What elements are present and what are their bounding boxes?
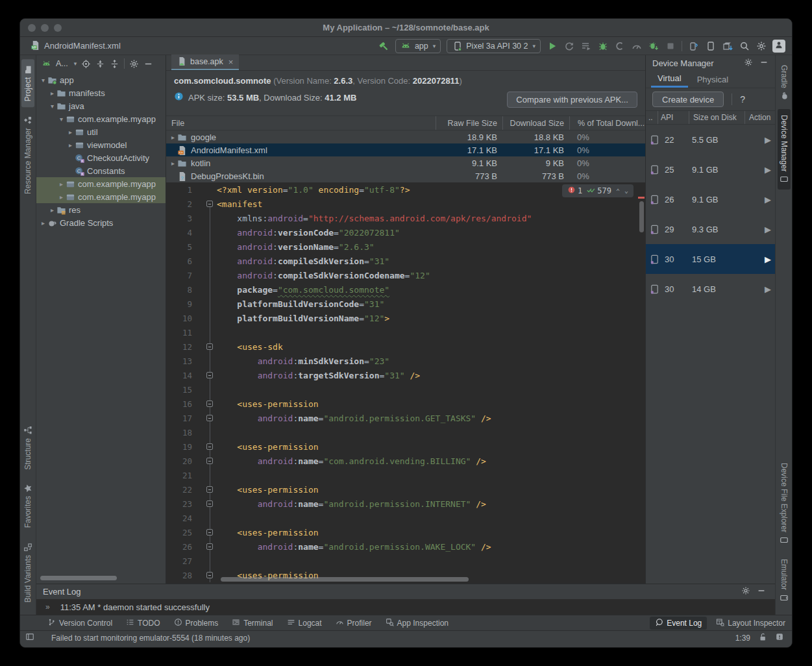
fold-marker[interactable] — [192, 368, 217, 382]
column-percent[interactable]: % of Total Downl... — [569, 116, 645, 130]
code-line[interactable]: 6 android:compileSdkVersion="31" — [166, 254, 645, 268]
create-device-button[interactable]: Create device — [652, 92, 724, 107]
tool-strip-button-gradle[interactable]: Gradle — [778, 59, 791, 106]
avatar[interactable] — [772, 40, 785, 53]
code-line[interactable]: 11 — [166, 325, 645, 339]
project-tree-item[interactable]: ▾com.example.myapp — [36, 112, 166, 125]
code-line[interactable]: 9 platformBuildVersionCode="31" — [166, 297, 645, 311]
code-line[interactable]: 18 — [166, 425, 645, 439]
code-line[interactable]: 14 android:targetSdkVersion="31" /> — [166, 368, 645, 382]
build-hammer-icon[interactable] — [378, 40, 389, 51]
code-line[interactable]: 19 <uses-permission — [166, 439, 645, 454]
stop-button[interactable] — [665, 40, 676, 51]
zoom-window-button[interactable] — [54, 24, 62, 32]
expand-entries-icon[interactable]: » — [45, 602, 50, 611]
project-tree-item[interactable]: ▸res — [36, 203, 166, 216]
hide-panel-icon[interactable] — [759, 58, 769, 69]
code-line[interactable]: 15 — [166, 382, 645, 397]
error-stripe-mark[interactable] — [638, 197, 645, 199]
column-download-size[interactable]: Download Size — [502, 116, 569, 130]
fold-end-icon[interactable] — [206, 543, 213, 550]
minimize-window-button[interactable] — [41, 24, 49, 32]
gear-icon[interactable] — [744, 58, 753, 69]
tree-expand-arrow-icon[interactable]: ▸ — [66, 129, 75, 136]
project-tree-item[interactable]: ▸com.example.myapp — [36, 177, 166, 190]
project-tree-item[interactable]: ▾app — [36, 73, 166, 86]
device-row[interactable]: 269.1 GB▶ — [646, 184, 775, 214]
column-type[interactable]: .. — [646, 113, 658, 122]
gear-icon[interactable] — [741, 586, 750, 597]
code-line[interactable]: 16 <uses-permission — [166, 397, 645, 411]
fold-collapse-icon[interactable] — [206, 201, 213, 207]
notifications-icon[interactable] — [775, 632, 784, 643]
project-tree-item[interactable]: ▸util — [36, 125, 166, 138]
fold-end-icon[interactable] — [206, 372, 213, 378]
fold-marker[interactable] — [192, 197, 217, 211]
code-line[interactable]: 17 android:name="android.permission.GET_… — [166, 411, 645, 425]
tool-strip-button-device-file-explorer[interactable]: Device File Explorer — [778, 457, 791, 550]
launch-device-icon[interactable]: ▶ — [765, 225, 771, 234]
chevron-down-icon[interactable]: ▾ — [74, 60, 77, 67]
lock-icon[interactable] — [758, 632, 767, 643]
code-line[interactable]: 20 android:name="com.android.vending.BIL… — [166, 454, 645, 468]
project-tree-item[interactable]: CKConstants — [36, 164, 166, 177]
prev-problem-icon[interactable]: ⌃ — [616, 188, 620, 195]
code-line[interactable]: 21 — [166, 468, 645, 482]
fold-marker[interactable] — [192, 454, 217, 468]
code-line[interactable]: 5 android:versionName="2.6.3" — [166, 240, 645, 254]
project-tree-item[interactable]: CKCheckoutActivity — [36, 151, 166, 164]
tool-window-button-event-log[interactable]: Event Log — [650, 617, 707, 630]
fold-marker[interactable] — [192, 339, 217, 354]
tool-window-button-terminal[interactable]: Terminal — [232, 618, 273, 628]
tool-window-button-logcat[interactable]: Logcat — [287, 618, 322, 628]
breadcrumb[interactable]: MF AndroidManifest.xml — [31, 40, 121, 52]
fold-end-icon[interactable] — [206, 500, 213, 507]
tool-strip-button-build-variants[interactable]: Build Variants — [21, 537, 34, 608]
column-actions[interactable]: Action — [744, 111, 775, 124]
code-line[interactable]: 4 android:versionCode="2022072811" — [166, 225, 645, 240]
event-log-entry[interactable]: » 11:35 AM * daemon started successfully — [36, 599, 775, 615]
file-table-row[interactable]: ▸kotlin9.1 KB9 KB0% — [166, 156, 645, 169]
fold-collapse-icon[interactable] — [206, 343, 213, 350]
file-table-row[interactable]: ?DebugProbesKt.bin773 B773 B0% — [166, 169, 645, 182]
fold-marker[interactable] — [192, 539, 217, 554]
vertical-scrollbar[interactable] — [639, 201, 644, 232]
fold-collapse-icon[interactable] — [206, 486, 213, 493]
device-select[interactable]: Pixel 3a API 30 2 ▾ — [447, 39, 541, 53]
tool-window-button-todo[interactable]: TODO — [126, 618, 160, 628]
close-icon[interactable]: × — [228, 57, 234, 67]
sdk-manager-button[interactable] — [722, 40, 733, 51]
horizontal-scrollbar[interactable] — [40, 576, 117, 580]
pair-devices-button[interactable] — [688, 40, 699, 51]
tool-strip-button-structure[interactable]: Structure — [21, 420, 34, 476]
gear-icon[interactable] — [129, 59, 139, 69]
fold-marker[interactable] — [192, 497, 217, 511]
tool-window-button-profiler[interactable]: Profiler — [336, 618, 372, 628]
search-everywhere-button[interactable] — [739, 40, 750, 51]
tree-expand-arrow-icon[interactable]: ▸ — [48, 90, 56, 97]
project-tree-item[interactable]: ▸Gradle Scripts — [36, 216, 166, 229]
tab-base-apk[interactable]: base.apk × — [171, 55, 239, 70]
code-line[interactable]: 25 <uses-permission — [166, 525, 645, 539]
code-line[interactable]: 23 android:name="android.permission.INTE… — [166, 497, 645, 511]
project-tree-item[interactable]: ▸manifests — [36, 86, 166, 99]
column-file[interactable]: File — [166, 119, 436, 128]
launch-device-icon[interactable]: ▶ — [765, 284, 771, 294]
fold-marker[interactable] — [192, 482, 217, 497]
code-line[interactable]: 3 xmlns:android="http://schemas.android.… — [166, 211, 645, 225]
tree-expand-arrow-icon[interactable]: ▸ — [39, 219, 47, 227]
code-editor[interactable]: 1 579 ⌃ ⌃ 1<?xml version="1.0" encoding=… — [166, 182, 645, 584]
launch-device-icon[interactable]: ▶ — [765, 195, 771, 204]
next-problem-icon[interactable]: ⌃ — [624, 188, 628, 195]
compare-apk-button[interactable]: Compare with previous APK... — [507, 92, 637, 108]
tool-window-button-problems[interactable]: Problems — [174, 618, 219, 628]
tool-window-toggle-icon[interactable] — [25, 632, 34, 643]
file-table-row[interactable]: ▸google18.9 KB18.8 KB0% — [166, 130, 645, 143]
code-line[interactable]: 27 — [166, 554, 645, 568]
tree-expand-arrow-icon[interactable]: ▸ — [48, 206, 56, 214]
tool-strip-button-emulator[interactable]: Emulator — [778, 553, 791, 608]
device-manager-button[interactable] — [705, 40, 716, 51]
code-line[interactable]: 22 <uses-permission — [166, 482, 645, 497]
fold-marker[interactable] — [192, 439, 217, 454]
tree-expand-arrow-icon[interactable]: ▸ — [57, 180, 66, 188]
